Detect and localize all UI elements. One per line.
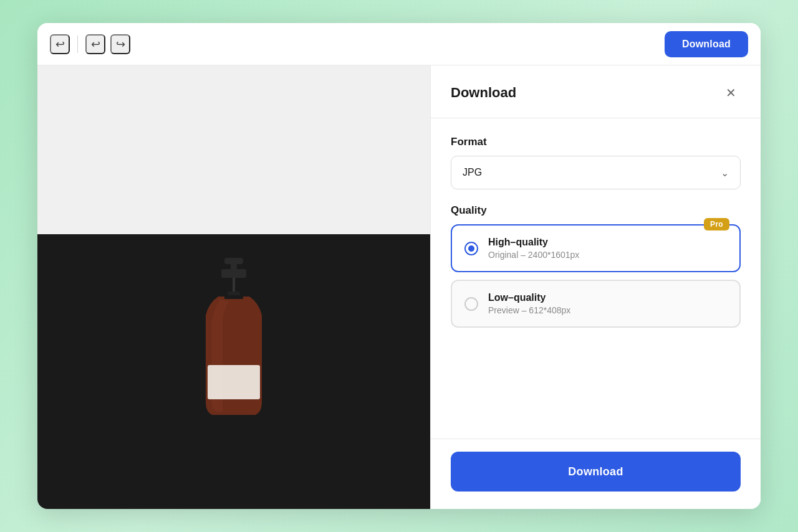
svg-rect-0 [224,258,243,264]
svg-rect-1 [231,264,237,269]
radio-high-inner [468,245,474,252]
back-icon: ↩ [55,37,65,51]
quality-high-desc: Original – 2400*1601px [488,250,579,260]
radio-low [464,297,478,311]
format-value: JPG [463,167,482,178]
radio-high [464,242,478,255]
pro-badge: Pro [704,218,729,230]
panel-title: Download [451,85,516,101]
undo-icon: ↩ [91,37,100,51]
main-content: Download ✕ Format JPG ⌄ Quality [37,65,761,509]
quality-low-text: Low–quality Preview – 612*408px [488,292,570,315]
redo-icon: ↪ [116,37,125,51]
undo-button[interactable]: ↩ [85,34,105,54]
quality-option-high[interactable]: Pro High–quality Original – 2400*1601px [451,224,741,272]
quality-options: Pro High–quality Original – 2400*1601px [451,224,741,328]
panel-body: Format JPG ⌄ Quality Pro [431,118,761,439]
bottle-illustration [184,253,284,427]
download-panel-button[interactable]: Download [451,452,741,492]
close-icon: ✕ [726,85,736,100]
toolbar: ↩ ↩ ↪ Download [37,23,761,65]
download-header-button[interactable]: Download [665,31,748,57]
quality-label: Quality [451,204,741,217]
app-window: ↩ ↩ ↪ Download [37,23,761,509]
format-section: Format JPG ⌄ [451,136,741,189]
download-panel: Download ✕ Format JPG ⌄ Quality [430,65,761,509]
quality-low-name: Low–quality [488,292,570,303]
canvas-area [37,65,430,509]
toolbar-divider [77,36,78,53]
svg-rect-2 [221,269,246,278]
bottle-container [171,253,296,427]
panel-header: Download ✕ [431,65,761,118]
canvas-bottom [37,234,430,509]
canvas-top [37,65,430,234]
format-dropdown[interactable]: JPG ⌄ [451,156,741,189]
quality-low-desc: Preview – 612*408px [488,305,570,315]
quality-high-name: High–quality [488,237,579,248]
quality-high-text: High–quality Original – 2400*1601px [488,237,579,260]
toolbar-left: ↩ ↩ ↪ [50,34,130,54]
quality-option-low[interactable]: Low–quality Preview – 612*408px [451,280,741,328]
back-icon-button[interactable]: ↩ [50,34,70,54]
format-label: Format [451,136,741,148]
close-button[interactable]: ✕ [721,83,741,103]
redo-button[interactable]: ↪ [110,34,130,54]
chevron-down-icon: ⌄ [721,167,729,179]
quality-section: Quality Pro High–quality Original – 2400… [451,204,741,328]
svg-rect-6 [224,295,243,299]
panel-footer: Download [431,439,761,509]
svg-rect-4 [208,365,260,399]
